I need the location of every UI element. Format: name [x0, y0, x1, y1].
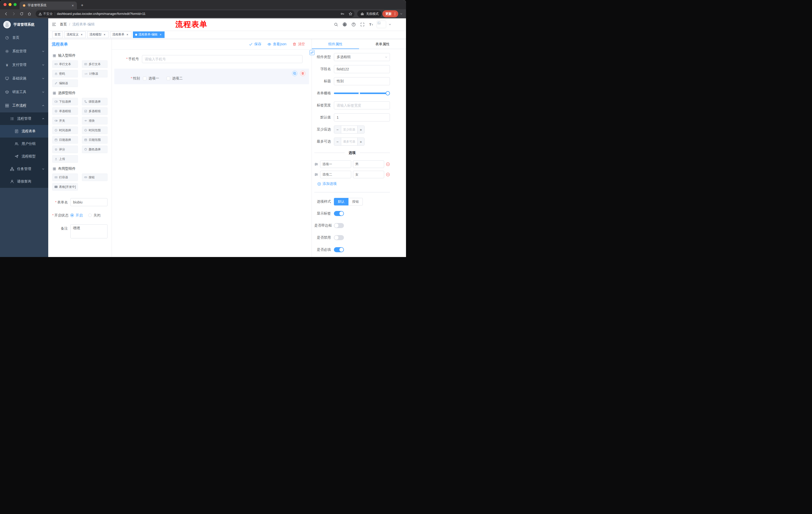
- tab-form-props[interactable]: 表单属性: [359, 39, 406, 49]
- sidebar-item-process-model[interactable]: 流程模型: [0, 150, 48, 163]
- sidebar-item-process-management[interactable]: 流程管理: [0, 112, 48, 125]
- palette-item-row-container[interactable]: 行容器: [52, 173, 78, 181]
- clear-button[interactable]: 清空: [292, 42, 305, 47]
- back-button[interactable]: [2, 10, 9, 17]
- radio-status-on[interactable]: 开启: [70, 211, 83, 219]
- bookmark-star-button[interactable]: [347, 11, 353, 17]
- palette-item-color-picker[interactable]: 颜色选择: [82, 145, 108, 153]
- font-size-button[interactable]: TT: [368, 21, 374, 28]
- grid-slider[interactable]: [334, 89, 390, 97]
- minus-icon[interactable]: −: [334, 138, 341, 145]
- option-drag-icon[interactable]: [314, 172, 318, 177]
- tag-home[interactable]: 首页: [52, 31, 63, 38]
- palette-item-switch[interactable]: 开关: [52, 117, 78, 125]
- sidebar-item-process-form[interactable]: 流程表单: [0, 125, 48, 138]
- address-bar[interactable]: 不安全 dashboard.yudao.iocoder.cn/bpm/manag…: [36, 10, 354, 17]
- slider-handle[interactable]: [386, 91, 390, 96]
- checkbox-option-1[interactable]: 选项一: [143, 76, 159, 81]
- security-chip[interactable]: 不安全: [39, 12, 53, 16]
- slider-rail[interactable]: [334, 92, 388, 94]
- option-value-input[interactable]: [353, 171, 384, 178]
- component-type-select[interactable]: 多选框组: [334, 53, 390, 61]
- new-tab-button[interactable]: +: [79, 2, 85, 8]
- form-remark-textarea[interactable]: 嘿嘿: [70, 224, 108, 238]
- github-button[interactable]: [342, 21, 348, 28]
- palette-item-time-picker[interactable]: 时间选择: [52, 127, 78, 134]
- plus-icon[interactable]: +: [357, 138, 364, 145]
- palette-item-upload[interactable]: 上传: [52, 155, 78, 163]
- delete-component-button[interactable]: [300, 71, 306, 76]
- palette-item-password[interactable]: 密码: [52, 70, 78, 77]
- field-name-input[interactable]: [334, 65, 390, 73]
- show-label-toggle[interactable]: [334, 211, 344, 216]
- disabled-toggle[interactable]: [334, 235, 344, 240]
- palette-item-textarea[interactable]: 多行文本: [82, 60, 108, 68]
- style-button-button[interactable]: 按钮: [348, 198, 363, 206]
- home-button[interactable]: [26, 10, 33, 17]
- forward-button[interactable]: [10, 10, 17, 17]
- minus-icon[interactable]: −: [334, 126, 341, 133]
- close-icon[interactable]: ×: [126, 33, 129, 36]
- palette-item-rate[interactable]: 评分: [52, 145, 78, 153]
- tab-close-icon[interactable]: ×: [70, 3, 75, 7]
- style-default-button[interactable]: 默认: [334, 198, 348, 206]
- title-input[interactable]: [334, 77, 390, 85]
- link-button[interactable]: [310, 50, 315, 55]
- avatar-caret-down-icon[interactable]: [388, 23, 392, 26]
- palette-item-checkbox-group[interactable]: 多选框组: [82, 107, 108, 115]
- add-option-button[interactable]: 添加选项: [317, 182, 390, 186]
- tag-process-form[interactable]: 流程表单×: [110, 31, 132, 38]
- palette-item-counter[interactable]: 123计数器: [82, 70, 108, 77]
- form-name-input[interactable]: [70, 198, 108, 206]
- checkbox-option-2[interactable]: 选项二: [167, 76, 183, 81]
- close-window-button[interactable]: [3, 3, 6, 6]
- app-logo[interactable]: 芋道管理系统: [0, 18, 48, 31]
- max-select-input[interactable]: [341, 138, 357, 145]
- sidebar-item-infrastructure[interactable]: 基础设施: [0, 72, 48, 85]
- sidebar-item-leave-query[interactable]: 请假查询: [0, 175, 48, 188]
- palette-item-slider[interactable]: 滑块: [82, 117, 108, 125]
- palette-item-editor[interactable]: 编辑器: [52, 79, 78, 87]
- view-json-button[interactable]: 查看json: [267, 42, 286, 47]
- password-key-button[interactable]: [340, 11, 345, 17]
- minimize-window-button[interactable]: [8, 3, 11, 6]
- zoom-window-button[interactable]: [13, 3, 17, 6]
- palette-item-table[interactable]: 表格[开发中]: [52, 183, 78, 191]
- option-drag-icon[interactable]: [314, 162, 318, 166]
- remove-option-button[interactable]: [386, 172, 390, 177]
- label-width-input[interactable]: [334, 101, 390, 109]
- sidebar-item-dev-tools[interactable]: 研发工具: [0, 85, 48, 99]
- palette-item-button[interactable]: 按钮: [82, 173, 108, 181]
- reload-button[interactable]: [18, 10, 25, 17]
- palette-item-cascader[interactable]: 级联选择: [82, 98, 108, 105]
- sidebar-item-task-management[interactable]: 任务管理: [0, 163, 48, 175]
- option-name-input[interactable]: [320, 160, 351, 168]
- save-button[interactable]: 保存: [249, 42, 261, 47]
- border-toggle[interactable]: [334, 223, 344, 228]
- tag-process-model[interactable]: 流程模型×: [87, 31, 109, 38]
- option-value-input[interactable]: [353, 160, 384, 168]
- palette-item-single-line-text[interactable]: 单行文本: [52, 60, 78, 68]
- default-value-input[interactable]: [334, 113, 390, 121]
- tag-process-form-edit[interactable]: 流程表单-编辑×: [133, 31, 165, 38]
- required-toggle[interactable]: [334, 247, 344, 252]
- remove-option-button[interactable]: [386, 162, 390, 166]
- palette-item-date-range[interactable]: 日期范围: [82, 136, 108, 143]
- update-chip[interactable]: 更新: [382, 10, 398, 17]
- canvas-field-gender-selected[interactable]: 性别 选项一 选项二: [114, 69, 309, 84]
- search-button[interactable]: [332, 21, 339, 28]
- palette-item-date-picker[interactable]: 日期选择: [52, 136, 78, 143]
- copy-component-button[interactable]: [292, 71, 297, 76]
- sidebar-item-home[interactable]: 首页: [0, 31, 48, 45]
- collapse-sidebar-button[interactable]: [48, 18, 60, 30]
- avatar[interactable]: [377, 21, 386, 28]
- radio-status-off[interactable]: 关闭: [88, 211, 100, 219]
- palette-item-radio-group[interactable]: 单选框组: [52, 107, 78, 115]
- fullscreen-button[interactable]: [359, 21, 366, 28]
- palette-item-select[interactable]: 下拉选择: [52, 98, 78, 105]
- plus-icon[interactable]: +: [357, 126, 364, 133]
- tag-process-definition[interactable]: 流程定义×: [64, 31, 86, 38]
- phone-input[interactable]: [142, 55, 302, 63]
- sidebar-item-payment[interactable]: ¥ 支付管理: [0, 58, 48, 72]
- browser-tab[interactable]: 芋道管理系统 ×: [20, 1, 77, 9]
